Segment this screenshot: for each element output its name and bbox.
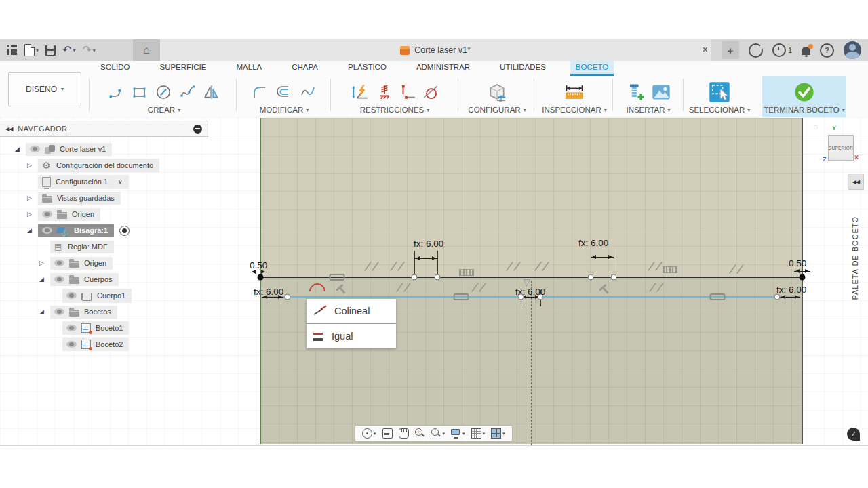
tree-expand-arrow[interactable]: ▷ [27,211,38,218]
tree-item[interactable]: Bisagra:1 [38,224,114,237]
sketch-point[interactable] [435,274,441,281]
sketch-point[interactable] [518,294,524,300]
dimension-label[interactable]: 0.50 [789,258,806,268]
tree-item[interactable]: Boceto1 [62,321,129,335]
dimension-label[interactable]: fx: 6.00 [578,238,608,248]
sketch-point[interactable] [774,294,781,300]
restricciones-dropdown[interactable]: RESTRICCIONES▾ [360,106,430,117]
workspace-selector[interactable]: DISEÑO ▾ [8,72,81,106]
tree-expand-arrow[interactable]: ◢ [15,146,26,152]
visibility-eye-icon[interactable] [66,325,77,331]
save-button[interactable] [45,45,56,56]
sketch-palette-tab[interactable]: PALETA DE BOCETO [847,202,863,314]
sketch-endpoint[interactable] [800,274,806,281]
visibility-eye-icon[interactable] [30,146,40,152]
mirror-tool-icon[interactable] [203,83,220,101]
view-cube[interactable]: SUPERIOR [828,135,854,161]
tab-boceto[interactable]: BOCETO [570,61,614,76]
insert-fastener-icon[interactable] [625,82,646,102]
measure-icon[interactable] [563,82,586,102]
inspeccionar-dropdown[interactable]: INSPECCIONAR▾ [542,106,607,117]
crear-dropdown[interactable]: CREAR▾ [148,106,180,117]
rectangle-tool-icon[interactable] [131,84,149,100]
help-button[interactable]: ? [820,43,834,58]
job-status-button[interactable]: 1 [772,43,792,57]
dimension-label[interactable]: fx: 6.00 [414,239,443,249]
visibility-eye-icon[interactable] [54,260,64,266]
tab-chapa[interactable]: CHAPA [286,61,323,76]
user-avatar[interactable] [844,41,861,59]
spline-tool-icon[interactable] [178,84,197,100]
tree-item[interactable]: Origen [38,208,100,221]
trim-tool-icon[interactable] [298,84,317,100]
tree-expand-arrow[interactable]: ◢ [39,308,50,315]
select-icon[interactable] [708,81,731,104]
fillet-tool-icon[interactable] [251,84,269,100]
visibility-eye-icon[interactable] [66,341,77,348]
tree-expand-arrow[interactable]: ▷ [39,260,50,266]
tab-plástico[interactable]: PLÁSTICO [342,61,392,76]
viewcube-home-icon[interactable]: ⌂ [813,121,818,131]
dimension-label[interactable]: 0.50 [250,260,267,270]
tree-item[interactable]: Configuración del documento [38,159,159,172]
sketch-point[interactable] [611,274,617,281]
tab-utilidades[interactable]: UTILIDADES [494,61,551,76]
zoomp-button[interactable]: + [413,428,427,439]
circle-tool-icon[interactable] [154,83,173,101]
configure-icon[interactable] [486,81,509,103]
display-button[interactable]: ▾ [449,428,467,439]
visibility-eye-icon[interactable] [54,308,64,315]
tab-superficie[interactable]: SUPERFICIE [154,61,212,76]
sketch-point[interactable] [538,294,544,300]
notifications-button[interactable] [802,47,810,55]
lookat-button[interactable] [380,428,395,439]
pan-button[interactable] [397,428,411,439]
undo-button[interactable]: ↶▾ [62,45,75,56]
chevron-down-icon[interactable]: ∨ [118,178,123,185]
seleccionar-dropdown[interactable]: SELECCIONAR▾ [689,106,750,117]
tangent-constraint-icon[interactable] [422,83,439,101]
tree-expand-arrow[interactable]: ◢ [39,276,50,283]
tree-item[interactable]: Corte laser v1 [26,143,112,156]
menu-item-colineal[interactable]: Colineal [307,299,396,323]
app-grid-button[interactable] [7,45,18,56]
dimension-label[interactable]: fx: 6.00 [776,285,806,295]
activate-component-radio[interactable] [119,226,130,236]
tree-item[interactable]: Vistas guardadas [38,192,121,205]
tree-expand-arrow[interactable]: ◢ [27,227,38,234]
extensions-button[interactable] [749,43,763,58]
grid-button[interactable]: ▾ [469,428,488,439]
sketch-point[interactable] [588,274,594,281]
file-menu-button[interactable]: ▾ [24,44,39,56]
tree-item[interactable]: Boceto2 [62,338,129,351]
tree-expand-arrow[interactable]: ▷ [27,195,38,201]
line-tool-icon[interactable] [108,84,125,100]
feedback-button[interactable]: ∕∕ [847,428,860,441]
visibility-eye-icon[interactable] [54,276,64,283]
tree-item[interactable]: Cuerpos [50,273,119,286]
palette-collapse-button[interactable]: ◀◀ [848,174,864,190]
sketch-point[interactable] [412,274,418,281]
visibility-eye-icon[interactable] [42,227,52,234]
finish-sketch-icon[interactable] [793,81,816,104]
tree-item[interactable]: Configuración 1∨ [38,175,129,189]
redo-button[interactable]: ↷▾ [82,45,95,56]
modificar-dropdown[interactable]: MODIFICAR▾ [260,106,309,117]
visibility-eye-icon[interactable] [42,211,52,218]
tree-item[interactable]: Bocetos [50,306,117,319]
terminar-boceto-button[interactable]: TERMINAR BOCETO▾ [764,106,845,117]
tab-solido[interactable]: SOLIDO [95,61,135,76]
visibility-eye-icon[interactable] [66,292,77,299]
tree-item[interactable]: Cuerpo1 [62,289,132,303]
tab-administrar[interactable]: ADMINISTRAR [411,61,475,76]
new-tab-button[interactable]: + [722,41,739,59]
tree-item[interactable]: Regla: MDF [50,241,114,253]
viewports-button[interactable]: ▾ [489,428,507,439]
insert-image-icon[interactable] [651,83,671,102]
menu-item-igual[interactable]: Igual [307,324,396,348]
sketch-endpoint[interactable] [258,274,264,281]
browser-options-button[interactable] [193,125,202,134]
sketch-point[interactable] [285,294,291,300]
vertical-horizontal-constraint-icon[interactable] [399,83,416,101]
insertar-dropdown[interactable]: INSERTAR▾ [626,106,670,117]
